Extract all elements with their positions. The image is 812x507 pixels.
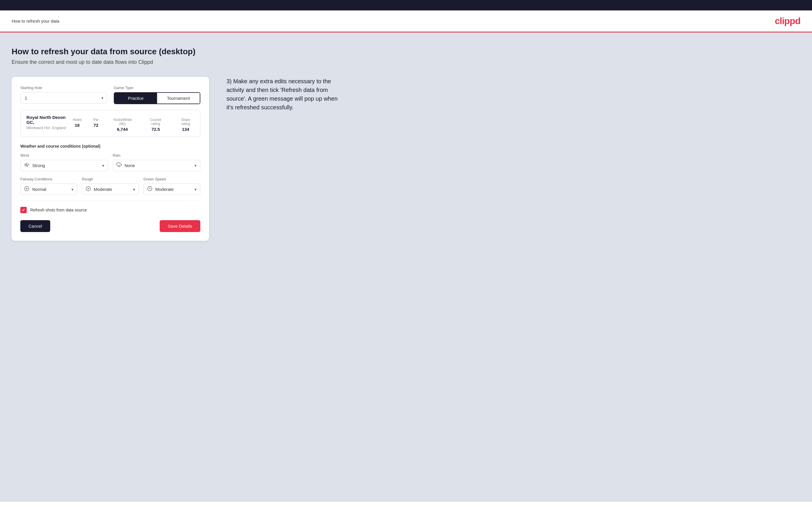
slope-rating-value: 134 — [182, 127, 189, 132]
sidebar-description: 3) Make any extra edits necessary to the… — [226, 77, 343, 112]
green-speed-label: Green Speed — [143, 177, 200, 181]
slope-rating-stat: Slope rating 134 — [177, 118, 194, 132]
green-speed-select[interactable]: Moderate Slow Fast — [144, 184, 200, 194]
logo: clippd — [775, 16, 800, 26]
game-type-toggle: Practice Tournament — [114, 92, 200, 104]
fairway-select-container: Normal Soft Hard ▾ — [20, 184, 77, 195]
page-title: How to refresh your data from source (de… — [12, 47, 800, 56]
course-info-box: Royal North Devon GC, Westward Ho!, Engl… — [20, 110, 200, 137]
weather-section-title: Weather and course conditions (optional) — [20, 144, 200, 149]
refresh-checkbox-row[interactable]: ✓ Refresh shots from data source — [20, 207, 200, 213]
course-stats: Holes 18 Par 72 Yards/White (M)) 6,744 — [72, 118, 194, 132]
rain-select-container: None Light Heavy ▾ — [113, 160, 200, 171]
rain-select[interactable]: None Light Heavy — [113, 160, 200, 171]
slope-rating-label: Slope rating — [177, 118, 194, 126]
form-panel: Starting Hole 1 10 ▾ Game Type Practice … — [12, 77, 209, 241]
wind-rain-row: Wind Strong Light Moderate None — [20, 153, 200, 171]
course-location: Westward Ho!, England — [27, 126, 72, 130]
page-subtitle: Ensure the correct and most up to date d… — [12, 59, 800, 65]
course-rating-stat: Course rating 72.5 — [146, 118, 165, 132]
holes-stat: Holes 18 — [72, 118, 82, 132]
course-rating-label: Course rating — [146, 118, 165, 126]
yards-stat: Yards/White (M)) 6,744 — [110, 118, 135, 132]
refresh-label: Refresh shots from data source — [30, 208, 87, 212]
starting-hole-select[interactable]: 1 10 — [20, 92, 107, 104]
par-label: Par — [93, 118, 99, 122]
checkmark-icon: ✓ — [22, 208, 25, 212]
game-type-label: Game Type — [114, 86, 200, 90]
holes-value: 18 — [74, 123, 80, 128]
green-speed-select-container: Moderate Slow Fast ▾ — [143, 184, 200, 195]
yards-label: Yards/White (M)) — [110, 118, 135, 126]
rough-select[interactable]: Moderate Light Heavy — [82, 184, 139, 194]
wind-label: Wind — [20, 153, 108, 158]
rain-group: Rain None Light Heavy — [113, 153, 200, 171]
top-form-row: Starting Hole 1 10 ▾ Game Type Practice … — [20, 86, 200, 104]
holes-label: Holes — [72, 118, 82, 122]
wind-group: Wind Strong Light Moderate None — [20, 153, 108, 171]
fairway-group: Fairway Conditions Normal Soft Hard — [20, 177, 77, 195]
wind-select[interactable]: Strong Light Moderate None — [20, 160, 108, 171]
course-rating-value: 72.5 — [152, 127, 160, 132]
green-speed-group: Green Speed Moderate Slow Fast ▾ — [143, 177, 200, 195]
fairway-label: Fairway Conditions — [20, 177, 77, 181]
rough-select-container: Moderate Light Heavy ▾ — [82, 184, 139, 195]
tournament-button[interactable]: Tournament — [157, 93, 200, 104]
starting-hole-wrapper: 1 10 ▾ — [20, 92, 107, 104]
starting-hole-label: Starting Hole — [20, 86, 107, 90]
par-stat: Par 72 — [93, 118, 99, 132]
rough-group: Rough Moderate Light Heavy ▾ — [82, 177, 139, 195]
yards-value: 6,744 — [117, 127, 128, 132]
main-content: How to refresh your data from source (de… — [0, 33, 812, 502]
par-value: 72 — [94, 123, 98, 128]
game-type-group: Game Type Practice Tournament — [114, 86, 200, 104]
header: How to refresh your data clippd — [0, 10, 812, 33]
button-row: Cancel Save Details — [20, 220, 200, 232]
breadcrumb: How to refresh your data — [12, 18, 59, 23]
starting-hole-group: Starting Hole 1 10 ▾ — [20, 86, 107, 104]
conditions-row: Fairway Conditions Normal Soft Hard — [20, 177, 200, 195]
cancel-button[interactable]: Cancel — [20, 220, 50, 232]
content-row: Starting Hole 1 10 ▾ Game Type Practice … — [12, 77, 800, 241]
refresh-checkbox[interactable]: ✓ — [20, 207, 27, 213]
rain-label: Rain — [113, 153, 200, 158]
top-bar — [0, 0, 812, 10]
footer: Copyright Clippd 2022 — [0, 502, 812, 507]
save-button[interactable]: Save Details — [160, 220, 200, 232]
rough-label: Rough — [82, 177, 139, 181]
fairway-select[interactable]: Normal Soft Hard — [20, 184, 77, 194]
sidebar-description-panel: 3) Make any extra edits necessary to the… — [226, 77, 343, 112]
course-name: Royal North Devon GC, — [27, 115, 72, 125]
course-details: Royal North Devon GC, Westward Ho!, Engl… — [27, 115, 72, 130]
wind-select-container: Strong Light Moderate None ▾ — [20, 160, 108, 171]
practice-button[interactable]: Practice — [114, 93, 157, 104]
